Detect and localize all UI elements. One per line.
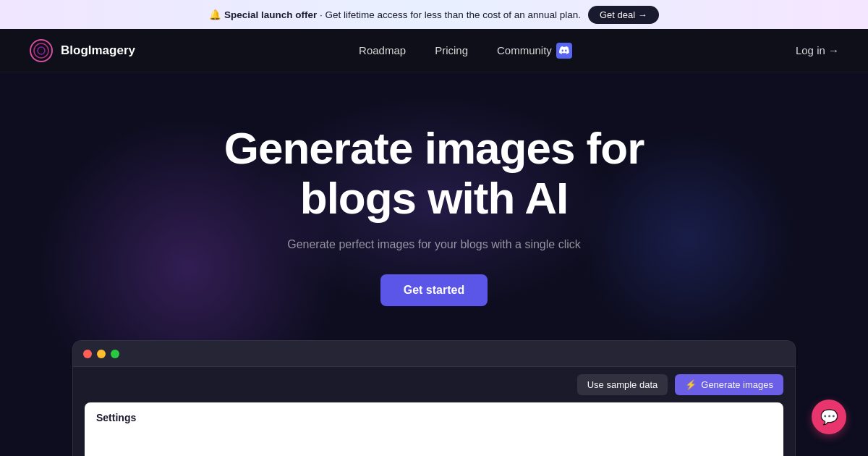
app-toolbar: Use sample data ⚡ Generate images: [73, 367, 795, 402]
hero-title-line2: blogs with AI: [300, 173, 568, 223]
hero-cta-button[interactable]: Get started: [380, 274, 488, 306]
generate-images-button[interactable]: ⚡ Generate images: [675, 374, 783, 395]
nav-link-roadmap[interactable]: Roadmap: [359, 44, 406, 56]
app-titlebar: [73, 341, 795, 367]
logo-icon: [29, 38, 54, 63]
banner-cta-button[interactable]: Get deal →: [588, 6, 659, 24]
navbar: BlogImagery Roadmap Pricing Community Lo…: [0, 29, 868, 72]
chat-icon: 💬: [820, 408, 838, 426]
promo-banner: 🔔 Special launch offer · Get lifetime ac…: [0, 0, 868, 29]
app-settings-panel: Settings: [85, 402, 783, 456]
minimize-dot: [97, 350, 106, 358]
banner-emoji: 🔔: [209, 9, 221, 20]
nav-links: Roadmap Pricing Community: [359, 43, 572, 59]
banner-text: 🔔 Special launch offer · Get lifetime ac…: [209, 9, 581, 20]
hero-title: Generate images for blogs with AI: [224, 123, 644, 224]
discord-icon: [556, 43, 572, 59]
use-sample-data-button[interactable]: Use sample data: [577, 374, 668, 395]
hero-section: Generate images for blogs with AI Genera…: [0, 72, 868, 456]
banner-offer-label: Special launch offer: [224, 9, 317, 20]
hero-subtitle: Generate perfect images for your blogs w…: [287, 238, 581, 251]
hero-content: Generate images for blogs with AI Genera…: [224, 72, 644, 306]
generate-label: Generate images: [701, 379, 773, 390]
svg-point-1: [34, 43, 48, 58]
nav-link-community[interactable]: Community: [497, 43, 572, 59]
chat-button[interactable]: 💬: [812, 400, 846, 434]
login-button[interactable]: Log in →: [796, 44, 839, 56]
app-preview: Use sample data ⚡ Generate images Settin…: [72, 340, 796, 456]
generate-icon: ⚡: [685, 379, 697, 390]
maximize-dot: [111, 350, 119, 358]
nav-link-pricing[interactable]: Pricing: [435, 44, 468, 56]
hero-title-line1: Generate images for: [224, 123, 644, 173]
app-body: Use sample data ⚡ Generate images Settin…: [73, 367, 795, 456]
close-dot: [83, 350, 92, 358]
settings-label: Settings: [96, 412, 136, 423]
community-label: Community: [497, 44, 552, 56]
logo[interactable]: BlogImagery: [29, 38, 135, 63]
svg-point-2: [38, 47, 45, 54]
logo-text: BlogImagery: [61, 43, 135, 58]
banner-offer-text: · Get lifetime access for less than the …: [320, 9, 581, 20]
